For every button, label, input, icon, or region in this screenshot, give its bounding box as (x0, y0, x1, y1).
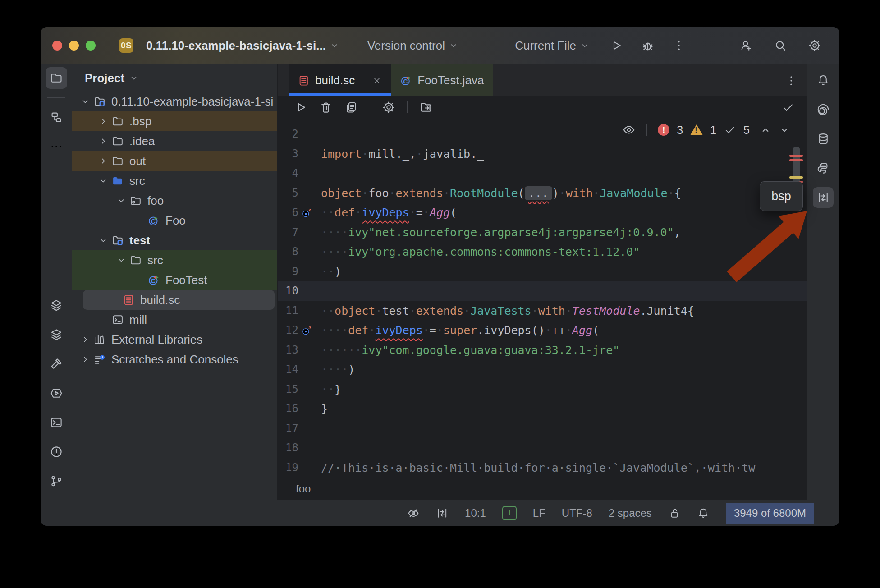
tree-item-foo[interactable]: foo (72, 191, 277, 211)
chevron-down-icon[interactable] (115, 196, 128, 206)
play-icon[interactable] (294, 101, 307, 114)
stripe-mark[interactable] (789, 155, 803, 157)
layers-icon-0[interactable] (46, 294, 67, 316)
override-gutter-icon[interactable] (298, 203, 316, 223)
code-line-12[interactable]: 12····def·ivyDeps·=·super.ivyDeps()·++·A… (278, 321, 807, 340)
ide-window: 0S 0.11.10-example-basicjava-1-si... Ver… (41, 27, 839, 526)
copy-icon[interactable] (344, 101, 358, 114)
code-with-me-icon[interactable] (739, 39, 753, 52)
code-line-13[interactable]: 13······ivy"com.google.guava:guava:33.2.… (278, 340, 807, 360)
search-everywhere-icon[interactable] (774, 39, 787, 52)
chevron-down-icon[interactable] (115, 255, 128, 265)
inspection-widget[interactable]: !315 (622, 123, 790, 137)
layers-icon-1[interactable] (46, 324, 67, 345)
code-line-5[interactable]: 5object·foo·extends·RootModule(...)·with… (278, 184, 807, 203)
more-actions-icon[interactable] (673, 39, 685, 52)
code-line-3[interactable]: 3import·mill._,·javalib._ (278, 144, 807, 164)
tree-item--bsp[interactable]: .bsp (72, 111, 277, 131)
status-item[interactable]: 10:1 (465, 507, 486, 519)
code-line-18[interactable]: 18 (278, 438, 807, 458)
status-item[interactable]: 2 spaces (609, 507, 652, 519)
status-bsp-sync-icon[interactable] (436, 507, 449, 519)
close-tab-icon[interactable] (362, 76, 382, 86)
previous-problem-icon[interactable] (760, 124, 771, 136)
tree-item-footest[interactable]: CFooTest (72, 270, 277, 290)
debug-icon[interactable] (641, 39, 655, 52)
chevron-right-icon[interactable] (78, 354, 92, 364)
tree-item--idea[interactable]: .idea (72, 131, 277, 151)
code-line-10[interactable]: 10 (278, 281, 807, 301)
minimize-window-button[interactable] (69, 41, 79, 51)
status-bell-icon[interactable] (697, 507, 710, 519)
code-editor[interactable]: ····23import·mill._,·javalib._45object·f… (278, 118, 807, 478)
run-icon[interactable] (610, 39, 623, 52)
tab-footest-java[interactable]: CFooTest.java (391, 64, 493, 96)
status-item[interactable]: LF (533, 507, 545, 519)
status-item[interactable]: UTF-8 (562, 507, 592, 519)
stripe-mark[interactable] (789, 159, 803, 161)
tree-item-foo[interactable]: CFoo (72, 211, 277, 230)
branch-icon-6[interactable] (46, 470, 67, 492)
scala-file-icon (121, 294, 136, 306)
tree-item-external-libraries[interactable]: External Libraries (72, 330, 277, 349)
status-eye-off-icon[interactable] (407, 507, 420, 519)
run-configuration-selector[interactable]: Current File (515, 39, 590, 53)
override-gutter-icon[interactable] (298, 321, 316, 340)
chevron-right-icon[interactable] (96, 136, 110, 146)
tree-item-src[interactable]: src (72, 171, 277, 191)
tree-item-mill[interactable]: mill (72, 310, 277, 330)
run-folder-icon[interactable] (419, 101, 433, 114)
bell-tool-button[interactable] (813, 70, 834, 91)
more-icon[interactable] (46, 136, 67, 157)
code-line-11[interactable]: 11··object·test·extends·JavaTests·with·T… (278, 301, 807, 321)
close-window-button[interactable] (52, 41, 62, 51)
chevron-down-icon[interactable] (78, 96, 92, 106)
chevron-down-icon[interactable] (96, 176, 110, 186)
structure-icon[interactable] (46, 106, 67, 128)
code-line-19[interactable]: 19//·This·is·a·basic·Mill·build·for·a·si… (278, 458, 807, 478)
stripe-mark[interactable] (789, 176, 803, 179)
code-line-14[interactable]: 14····) (278, 360, 807, 380)
python-tool-button[interactable] (813, 158, 834, 179)
status-highlighting-level[interactable]: T (502, 506, 517, 520)
memory-indicator[interactable]: 3949 of 6800M (726, 503, 814, 524)
spiral-tool-button[interactable] (813, 99, 834, 120)
chevron-right-icon[interactable] (96, 116, 110, 126)
trash-icon[interactable] (319, 101, 333, 114)
maximize-window-button[interactable] (86, 41, 96, 51)
settings-icon[interactable] (808, 39, 821, 52)
version-control-menu[interactable]: Version control (367, 39, 458, 53)
tab-options-icon[interactable] (785, 74, 798, 87)
code-line-17[interactable]: 17 (278, 419, 807, 439)
next-problem-icon[interactable] (779, 124, 790, 136)
tree-item-scratches-and-consoles[interactable]: Scratches and Consoles (72, 349, 277, 369)
project-panel-header[interactable]: Project (72, 64, 277, 92)
chevron-right-icon[interactable] (78, 335, 92, 345)
tree-item-out[interactable]: out (72, 151, 277, 171)
tree-item-src[interactable]: src (72, 250, 277, 270)
folder-project-icon[interactable] (46, 67, 67, 89)
folded-region[interactable]: ... (525, 186, 552, 200)
code-line-16[interactable]: 16} (278, 399, 807, 419)
hex-play-icon-3[interactable] (46, 382, 67, 404)
code-line-15[interactable]: 15··} (278, 380, 807, 400)
tree-item-test[interactable]: test (72, 230, 277, 250)
status-lock-open-icon[interactable] (668, 507, 681, 519)
tree-item-build-sc[interactable]: build.sc (83, 290, 275, 310)
gear-icon[interactable] (382, 101, 395, 114)
database-tool-button[interactable] (813, 129, 834, 149)
tree-item-0-11-10-example-basicjava-1-si[interactable]: 0.11.10-example-basicjava-1-si (72, 92, 277, 111)
reader-mode-eye-icon[interactable] (622, 123, 636, 137)
check-icon[interactable] (781, 101, 795, 114)
chevron-right-icon[interactable] (96, 156, 110, 166)
bsp-tool-button[interactable] (813, 187, 834, 208)
folder-icon (128, 254, 143, 266)
code-line-4[interactable]: 4 (278, 164, 807, 184)
chevron-down-icon[interactable] (96, 235, 110, 245)
tab-build-sc[interactable]: build.sc (289, 64, 391, 96)
breadcrumb[interactable]: foo (278, 478, 807, 500)
terminal-icon-4[interactable] (46, 412, 67, 433)
project-selector[interactable]: 0.11.10-example-basicjava-1-si... (140, 39, 339, 53)
hammer-icon-2[interactable] (46, 353, 67, 375)
warning-icon-5[interactable] (46, 441, 67, 463)
